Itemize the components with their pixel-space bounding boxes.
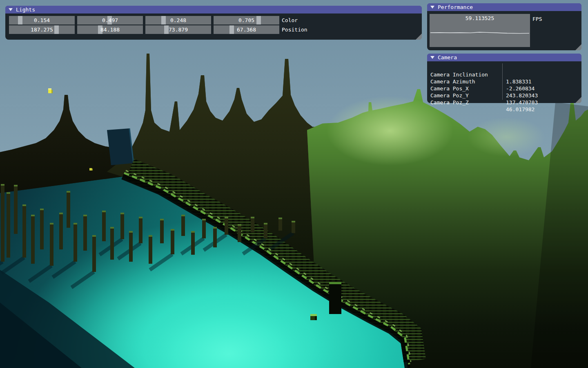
camera-row: Camera Poz_Y 137.470703: [430, 85, 578, 92]
performance-panel-header[interactable]: Performance: [427, 3, 581, 11]
camera-panel: Camera Camera Inclination 1.838331 Camer…: [427, 54, 581, 103]
light-color-slider-a[interactable]: 0.705: [214, 16, 279, 25]
performance-panel: Performance 59.113525 FPS: [427, 3, 581, 50]
collapse-triangle-icon: [430, 6, 434, 9]
camera-panel-header[interactable]: Camera: [427, 54, 581, 61]
light-position-slider-y[interactable]: 84.188: [77, 25, 143, 34]
collapse-triangle-icon: [9, 8, 13, 11]
lights-panel-header[interactable]: Lights: [5, 6, 422, 13]
collapse-triangle-icon: [430, 56, 434, 59]
light-position-slider-z[interactable]: 73.879: [145, 25, 211, 34]
column-divider: [502, 63, 503, 100]
light-color-slider-g[interactable]: 0.497: [77, 16, 143, 25]
camera-row: Camera Poz_Z 46.017982: [430, 92, 578, 99]
camera-panel-title: Camera: [438, 54, 457, 61]
fps-label: FPS: [532, 16, 542, 22]
light-color-slider-b[interactable]: 0.248: [145, 16, 211, 25]
resize-grip[interactable]: [575, 97, 581, 103]
camera-row: Camera Azimuth -2.260834: [430, 71, 578, 78]
resize-grip[interactable]: [416, 34, 422, 40]
fps-history-graph: 59.113525: [430, 14, 530, 47]
camera-row: Camera Inclination 1.838331: [430, 64, 578, 71]
position-row-label: Position: [282, 25, 307, 34]
dark-slab: [107, 128, 134, 165]
camera-row: Camera Pos_X 243.820343: [430, 78, 578, 85]
floating-grass-cube: [310, 314, 317, 320]
camera-value-list: Camera Inclination 1.838331 Camera Azimu…: [430, 64, 578, 99]
light-position-slider-x[interactable]: 187.275: [9, 25, 75, 34]
lights-panel: Lights 0.154 0.497 0.248 0.705 Color 187…: [5, 6, 422, 40]
light-color-slider-r[interactable]: 0.154: [9, 16, 75, 25]
resize-grip[interactable]: [575, 44, 581, 50]
color-row-label: Color: [282, 16, 298, 25]
performance-panel-title: Performance: [438, 4, 473, 10]
light-position-slider-w[interactable]: 67.368: [214, 25, 279, 34]
fps-value: 59.113525: [430, 15, 530, 21]
lights-panel-title: Lights: [16, 7, 35, 13]
